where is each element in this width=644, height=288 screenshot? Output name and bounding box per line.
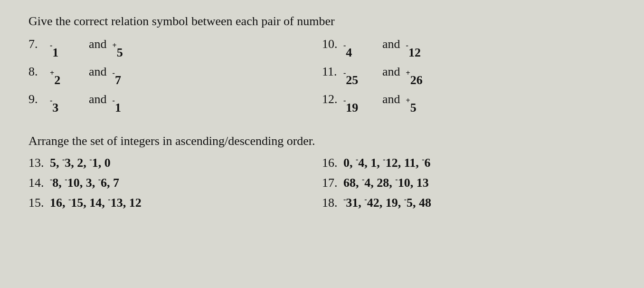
set-row-18: 18. -31, -42, 19, -5, 48: [322, 196, 616, 210]
problem-num-8: 8.: [28, 65, 50, 79]
and-11: and: [382, 65, 400, 79]
set-row-15: 15. 16, -15, 14, -13, 12: [28, 196, 322, 210]
set-val-18: -31, -42, 19, -5, 48: [343, 196, 431, 210]
value-7b: +5: [113, 46, 146, 60]
and-9: and: [89, 92, 107, 106]
and-8: and: [89, 65, 107, 79]
and-7: and: [89, 37, 107, 51]
set-col-right: 16. 0, -4, 1, -12, 11, -6 17. 68, -4, 28…: [322, 156, 616, 216]
set-num-13: 13.: [28, 156, 50, 170]
value-11a: -25: [343, 73, 377, 87]
set-num-14: 14.: [28, 176, 50, 190]
value-9a: -3: [50, 101, 83, 115]
instruction-2: Arrange the set of integers in ascending…: [28, 134, 616, 148]
value-12b: +5: [406, 101, 439, 115]
value-11b: +26: [406, 73, 439, 87]
set-num-17: 17.: [322, 176, 343, 190]
set-val-13: 5, -3, 2, -1, 0: [50, 156, 111, 170]
page-content: Give the correct relation symbol between…: [28, 14, 616, 230]
and-10: and: [382, 37, 400, 51]
set-num-15: 15.: [28, 196, 50, 210]
and-12: and: [382, 92, 400, 106]
set-num-18: 18.: [322, 196, 343, 210]
problem-row-8: 8. +2 and -7: [28, 65, 322, 87]
set-row-16: 16. 0, -4, 1, -12, 11, -6: [322, 156, 616, 170]
relation-columns: 7. -1 and +5 8. +2 and: [28, 37, 616, 120]
set-row-17: 17. 68, -4, 28, -10, 13: [322, 176, 616, 190]
problem-num-7: 7.: [28, 37, 50, 51]
problem-row-12: 12. -19 and +5: [322, 92, 616, 115]
problem-row-9: 9. -3 and -1: [28, 92, 322, 115]
problem-row-7: 7. -1 and +5: [28, 37, 322, 60]
problem-row-10: 10. -4 and -12: [322, 37, 616, 60]
instruction-1: Give the correct relation symbol between…: [28, 14, 616, 29]
ascending-section: Arrange the set of integers in ascending…: [28, 134, 616, 216]
problem-num-12: 12.: [322, 92, 343, 106]
set-val-17: 68, -4, 28, -10, 13: [343, 176, 429, 190]
relation-section: Give the correct relation symbol between…: [28, 14, 616, 120]
problem-num-9: 9.: [28, 92, 50, 106]
set-row-13: 13. 5, -3, 2, -1, 0: [28, 156, 322, 170]
set-val-15: 16, -15, 14, -13, 12: [50, 196, 142, 210]
value-7a: -1: [50, 46, 83, 60]
value-8a: +2: [50, 73, 83, 87]
relation-col-left: 7. -1 and +5 8. +2 and: [28, 37, 322, 120]
value-10b: -12: [406, 46, 439, 60]
problem-row-11: 11. -25 and +26: [322, 65, 616, 87]
problem-num-11: 11.: [322, 65, 343, 79]
set-val-16: 0, -4, 1, -12, 11, -6: [343, 156, 431, 170]
set-row-14: 14. -8, -10, 3, -6, 7: [28, 176, 322, 190]
value-8b: -7: [113, 73, 146, 87]
value-12a: -19: [343, 101, 377, 115]
value-9b: -1: [113, 101, 146, 115]
set-val-14: -8, -10, 3, -6, 7: [50, 176, 119, 190]
set-columns: 13. 5, -3, 2, -1, 0 14. -8, -10, 3, -6, …: [28, 156, 616, 216]
set-num-16: 16.: [322, 156, 343, 170]
set-col-left: 13. 5, -3, 2, -1, 0 14. -8, -10, 3, -6, …: [28, 156, 322, 216]
problem-num-10: 10.: [322, 37, 343, 51]
value-10a: -4: [343, 46, 377, 60]
relation-col-right: 10. -4 and -12 11. -25 and: [322, 37, 616, 120]
